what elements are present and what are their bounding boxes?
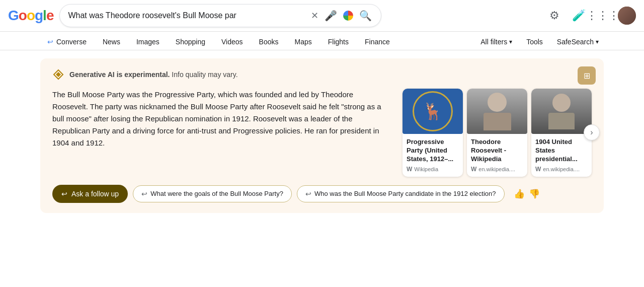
tab-images-label: Images <box>136 38 159 46</box>
all-filters-button[interactable]: All filters ▾ <box>475 34 517 50</box>
moose-icon: 🦌 <box>423 102 443 121</box>
mic-icon: 🎤 <box>325 10 337 22</box>
search-input[interactable] <box>68 11 306 20</box>
tab-finance-label: Finance <box>365 38 390 46</box>
wiki-icon-1: W <box>471 166 476 173</box>
tab-news[interactable]: News <box>96 34 127 50</box>
ai-images-area: 🦌 Progressive Party (United States, 1912… <box>403 89 592 177</box>
clear-button[interactable]: ✕ <box>310 9 319 22</box>
ask-followup-label: Ask a follow up <box>71 190 119 198</box>
image-title-2: 1904 United States presidential... <box>535 138 588 164</box>
labs-icon: 🧪 <box>572 9 586 22</box>
portrait-image-1 <box>467 89 527 134</box>
ask-followup-button[interactable]: ↩ Ask a follow up <box>52 185 128 203</box>
avatar-image <box>618 7 636 25</box>
image-thumb-1 <box>467 89 527 134</box>
tab-shopping-label: Shopping <box>176 38 205 46</box>
chevron-right-icon: › <box>590 128 593 137</box>
followup-row: ↩ Ask a follow up ↩ What were the goals … <box>52 185 592 203</box>
ai-header: Generative AI is experimental. Info qual… <box>52 68 592 81</box>
suggestion-label-1: Who was the Bull Moose Party candidate i… <box>314 190 496 197</box>
chevron-down-icon: ▾ <box>509 38 512 45</box>
clear-icon: ✕ <box>311 10 318 21</box>
image-source-2: W en.wikipedia.... <box>535 166 588 173</box>
tools-button[interactable]: Tools <box>521 34 548 50</box>
image-card-0[interactable]: 🦌 Progressive Party (United States, 1912… <box>403 89 463 177</box>
header-right: ⚙ 🧪 ⋮⋮⋮ <box>545 7 636 25</box>
images-next-button[interactable]: › <box>584 124 600 140</box>
moose-circle: 🦌 <box>413 91 453 131</box>
thumbs-up-icon: 👍 <box>514 189 525 199</box>
image-thumb-0: 🦌 <box>403 89 463 134</box>
ai-note-bold: Generative AI is experimental. <box>69 70 170 79</box>
lens-icon <box>343 11 353 21</box>
safe-search-label: SafeSearch <box>557 38 594 46</box>
image-card-1[interactable]: Theodore Roosevelt - Wikipedia W en.wiki… <box>467 89 527 177</box>
grid-layout-button[interactable]: ⊞ <box>578 66 596 85</box>
header: Google ✕ 🎤 🔍 ⚙ 🧪 ⋮⋮⋮ <box>0 0 644 32</box>
image-source-text-1: en.wikipedia.... <box>478 166 515 172</box>
image-caption-1: Theodore Roosevelt - Wikipedia W en.wiki… <box>467 134 527 177</box>
tools-label: Tools <box>526 38 543 46</box>
tab-news-label: News <box>103 38 120 46</box>
suggestion-button-1[interactable]: ↩ Who was the Bull Moose Party candidate… <box>297 185 505 202</box>
tab-converse-label: Converse <box>56 38 87 46</box>
feedback-row: 👍 👎 <box>514 188 540 199</box>
ai-diamond-icon <box>52 68 64 81</box>
gear-icon: ⚙ <box>549 9 559 22</box>
tab-videos[interactable]: Videos <box>214 34 250 50</box>
suggestion-arrow-icon-1: ↩ <box>305 190 311 198</box>
thumbs-up-button[interactable]: 👍 <box>514 188 525 199</box>
tab-converse[interactable]: ↩ Converse <box>40 34 94 50</box>
tab-shopping[interactable]: Shopping <box>169 34 212 50</box>
voice-search-button[interactable]: 🎤 <box>324 9 338 23</box>
tab-maps-label: Maps <box>295 38 312 46</box>
image-source-text-2: en.wikipedia.... <box>543 166 580 172</box>
followup-arrow-icon: ↩ <box>61 190 67 198</box>
search-submit-button[interactable]: 🔍 <box>358 9 373 23</box>
grid-icon: ⋮⋮⋮ <box>586 9 619 22</box>
nav-right-controls: All filters ▾ Tools SafeSearch ▾ <box>475 34 604 50</box>
wiki-icon-0: W <box>407 166 412 173</box>
grid-layout-icon: ⊞ <box>584 71 590 81</box>
image-caption-0: Progressive Party (United States, 1912–.… <box>403 134 463 177</box>
settings-button[interactable]: ⚙ <box>545 7 564 25</box>
image-source-1: W en.wikipedia.... <box>471 166 523 173</box>
tab-images[interactable]: Images <box>129 34 167 50</box>
all-filters-label: All filters <box>480 38 507 46</box>
converse-icon: ↩ <box>47 38 53 46</box>
labs-button[interactable]: 🧪 <box>570 7 588 25</box>
image-title-1: Theodore Roosevelt - Wikipedia <box>471 138 523 164</box>
tab-finance[interactable]: Finance <box>358 34 397 50</box>
image-card-2[interactable]: 1904 United States presidential... W en.… <box>531 89 592 177</box>
safe-search-button[interactable]: SafeSearch ▾ <box>552 34 604 50</box>
suggestion-button-0[interactable]: ↩ What were the goals of the Bull Moose … <box>133 185 292 202</box>
image-thumb-2 <box>531 89 592 134</box>
ai-note-rest: Info quality may vary. <box>172 70 237 79</box>
thumbs-down-button[interactable]: 👎 <box>529 188 540 199</box>
thumbs-down-icon: 👎 <box>529 189 540 199</box>
image-title-0: Progressive Party (United States, 1912–.… <box>407 138 459 164</box>
search-bar: ✕ 🎤 🔍 <box>59 4 381 27</box>
tab-flights-label: Flights <box>328 38 349 46</box>
tab-books[interactable]: Books <box>252 34 286 50</box>
tab-maps[interactable]: Maps <box>288 34 319 50</box>
search-icon: 🔍 <box>359 10 372 22</box>
safe-search-chevron: ▾ <box>596 38 599 45</box>
image-source-text-0: Wikipedia <box>414 166 438 172</box>
image-source-0: W Wikipedia <box>407 166 459 173</box>
portrait-image-2 <box>531 89 592 134</box>
suggestion-arrow-icon-0: ↩ <box>141 190 147 198</box>
lens-button[interactable] <box>342 10 354 22</box>
tab-videos-label: Videos <box>221 38 243 46</box>
nav-tabs: ↩ Converse News Images Shopping Videos B… <box>0 32 644 50</box>
google-logo: Google <box>8 8 53 24</box>
tab-flights[interactable]: Flights <box>321 34 356 50</box>
image-caption-2: 1904 United States presidential... W en.… <box>531 134 592 177</box>
svg-marker-1 <box>56 72 61 77</box>
ai-content-area: The Bull Moose Party was the Progressive… <box>52 89 592 177</box>
avatar[interactable] <box>618 7 636 25</box>
apps-button[interactable]: ⋮⋮⋮ <box>594 7 612 25</box>
moose-badge-image: 🦌 <box>403 89 463 134</box>
ai-panel: Generative AI is experimental. Info qual… <box>40 58 604 213</box>
